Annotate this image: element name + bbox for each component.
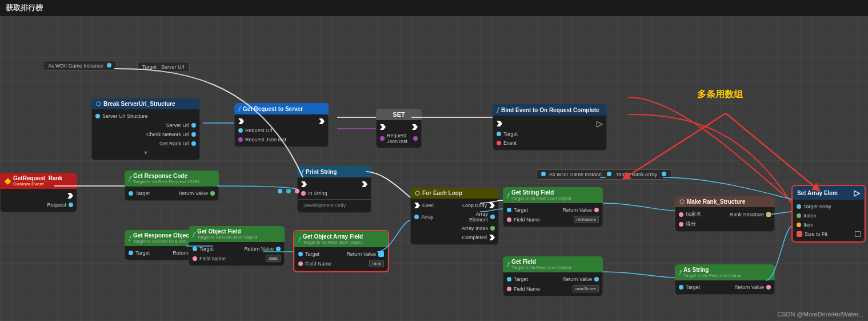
break-server-url-header: ⬡ Break ServerUrl_Structure (91, 98, 200, 109)
set-node: SET Request Json Inst (376, 109, 422, 148)
as-string-body: Target Return Value (675, 280, 775, 295)
set-val-in (380, 136, 385, 141)
bind-event-pin (497, 141, 501, 145)
foreach-array-elem-out (490, 215, 495, 219)
get-field-body: Target Return Value Field Name maxScore (503, 272, 603, 296)
foreach-array-in (414, 215, 419, 219)
bind-target-pin (497, 132, 501, 136)
bind-event-node: 𝑓 Bind Event to On Request Complete ▷ Ta… (493, 104, 607, 150)
bind-event-body: ▷ Target Event (493, 116, 607, 150)
resp-code-target-in (129, 191, 133, 196)
make-rank-structure-body: 玩家名 Rank Structure 得分 (675, 207, 775, 232)
rank-exec-out (67, 193, 73, 199)
request-url-pin (238, 128, 243, 133)
get-string-field-header: 𝑓 Get String Field Target is Va Rest Jso… (503, 187, 603, 203)
obj-field-return-out (276, 247, 281, 251)
game-instance-bottom-node: As WDII Game Instance (536, 169, 610, 180)
set-item-in (797, 223, 801, 227)
get-request-rank-header: ◆ GetRequest_Rank Custom Event (0, 173, 77, 189)
set-val-out (413, 136, 418, 141)
as-string-return-out (766, 285, 771, 290)
resp-obj-target-in (129, 251, 133, 255)
rank-struct-out (766, 212, 771, 217)
field-return-out (594, 277, 599, 282)
exec-out-pin (319, 118, 325, 124)
size-fit-checkbox[interactable] (855, 231, 861, 237)
bind-event-header: 𝑓 Bind Event to On Request Complete (493, 104, 607, 116)
get-object-field-body: Target Return Value Field Name data (189, 242, 285, 266)
set-target-array-in (797, 204, 801, 209)
request-json-in-pin (238, 137, 243, 142)
arr-field-name-in (298, 261, 303, 266)
for-each-loop-node: ⬡ For Each Loop Exec Loop Body Array Arr… (410, 188, 499, 245)
foreach-completed-out (489, 235, 495, 240)
title-bar: 获取排行榜 (0, 0, 868, 16)
set-exec-out (412, 124, 418, 130)
game-instance-top-label: As WDII Game Instance (48, 63, 103, 69)
rank-score-in (679, 222, 683, 227)
str-field-name-in (507, 217, 511, 222)
arr-field-target-in (298, 252, 303, 256)
bind-exec-in (497, 121, 502, 126)
page-title: 获取排行榜 (6, 3, 43, 13)
obj-field-name-in (193, 256, 197, 261)
print-exec-out (362, 181, 367, 187)
get-request-server-header: 𝑓 Get Request to Server (234, 103, 329, 114)
check-network-pin (191, 132, 196, 137)
get-request-server-body: Request Url Request Json Inst (234, 114, 329, 147)
svg-point-0 (278, 189, 282, 193)
server-url-out-pin (191, 123, 196, 128)
svg-point-1 (286, 189, 291, 193)
as-string-node: 𝑓 As String Target is Va Rest Json Value… (675, 264, 775, 295)
get-object-field-node: 𝑓 Get Object Field Target is Va Rest Jso… (189, 226, 285, 266)
foreach-exec-in (414, 203, 420, 208)
for-each-loop-body: Exec Loop Body Array Array Element Array… (410, 199, 499, 245)
print-string-header: 𝑓 Print String (297, 166, 371, 177)
get-object-array-field-body: Target Return Value Field Name rank (294, 247, 388, 271)
get-string-field-node: 𝑓 Get String Field Target is Va Rest Jso… (503, 187, 603, 227)
get-request-rank-node: ◆ GetRequest_Rank Custom Event Request (0, 173, 77, 212)
field-target-in (507, 277, 511, 282)
server-url-struct-pin (95, 114, 100, 118)
blueprint-canvas[interactable]: 获取排行榜 (0, 0, 868, 321)
target-server-url-node: Target Server Url (137, 62, 190, 72)
get-request-rank-body: Request (0, 189, 77, 212)
break-server-url-node: ⬡ Break ServerUrl_Structure Server Url S… (91, 98, 200, 160)
get-field-header: 𝑓 Get Field Target is Va Rest Json Objec… (503, 256, 603, 272)
break-server-url-body: Server Url Structure Server Url Check Ne… (91, 109, 200, 160)
for-each-loop-header: ⬡ For Each Loop (410, 188, 499, 199)
rank-player-in (679, 212, 683, 217)
as-string-target-in (679, 285, 683, 290)
get-response-code-header: 𝑓 Get Response Code Target is Va Rest Re… (125, 171, 219, 187)
field-name-in (507, 287, 511, 291)
set-exec-in (380, 124, 386, 130)
str-field-target-in (507, 208, 511, 212)
get-object-array-field-header: 𝑓 Get Object Array Field Target is Va Re… (294, 231, 388, 247)
set-array-elem-header: Set Array Elem ▷ (793, 186, 865, 200)
get-request-server-node: 𝑓 Get Request to Server Request Url Requ… (234, 103, 329, 147)
as-string-header: 𝑓 As String Target is Va Rest Json Value (675, 264, 775, 280)
make-rank-structure-node: ⬡ Make Rank_Structure 玩家名 Rank Structure… (675, 196, 775, 232)
game-instance-top-node: As WDII Game Instance (43, 61, 117, 71)
watermark: CSDN @MoreDrinkHotWater... (777, 311, 863, 318)
in-string-pin (301, 191, 306, 196)
annotation-text: 多条用数组 (697, 89, 743, 101)
print-string-body: In String Development Only (297, 177, 371, 213)
get-rank-url-pin (191, 141, 196, 146)
print-exec-in (301, 181, 307, 187)
set-node-body: Request Json Inst (376, 120, 422, 148)
obj-field-target-in (193, 247, 197, 251)
make-rank-structure-header: ⬡ Make Rank_Structure (675, 196, 775, 207)
get-response-code-node: 𝑓 Get Response Code Target is Va Rest Re… (125, 171, 219, 201)
rank-array-node: Target Rank Array (602, 169, 671, 180)
set-array-elem-node: Set Array Elem ▷ Target Array Index Item… (791, 185, 866, 243)
set-array-elem-body: Target Array Index Item Size to Fit (793, 200, 865, 241)
get-object-field-header: 𝑓 Get Object Field Target is Va Rest Jso… (189, 226, 285, 242)
set-index-in (797, 213, 801, 218)
get-response-code-body: Target Return Value (125, 187, 219, 201)
set-node-header: SET (376, 109, 422, 120)
foreach-loop-body-out (489, 203, 495, 208)
get-string-field-body: Target Return Value Field Name nickname (503, 203, 603, 227)
foreach-array-idx-out (490, 226, 495, 231)
get-object-array-field-node: 𝑓 Get Object Array Field Target is Va Re… (293, 230, 389, 272)
